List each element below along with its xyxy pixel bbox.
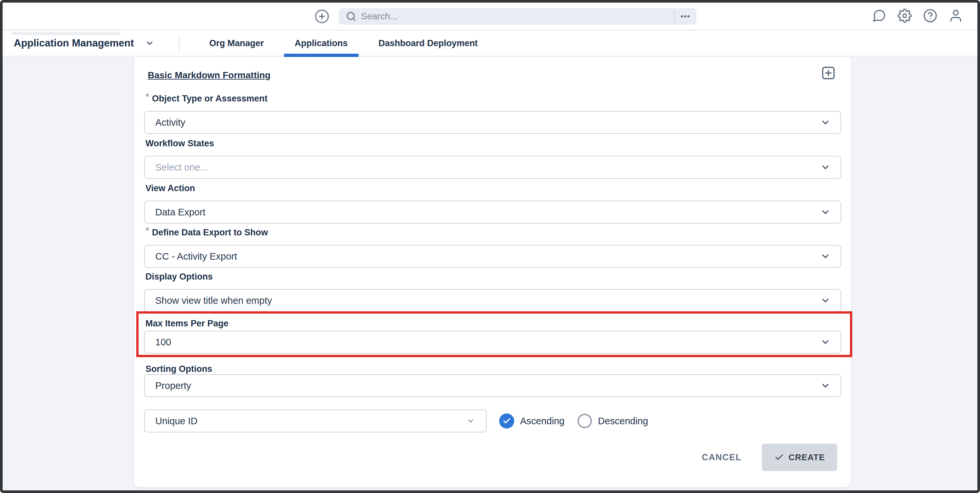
chevron-down-icon bbox=[820, 295, 830, 306]
tab-bar: Org Manager Applications Dashboard Deplo… bbox=[194, 31, 493, 55]
search-input[interactable] bbox=[361, 11, 671, 22]
app-switcher[interactable]: Application Management bbox=[14, 31, 154, 55]
required-marker: * bbox=[145, 94, 150, 101]
search-icon bbox=[346, 11, 356, 22]
radio-descending[interactable]: Descending bbox=[578, 414, 648, 428]
radio-ascending[interactable]: Ascending bbox=[499, 414, 564, 428]
object-type-select[interactable]: Activity bbox=[144, 111, 841, 134]
chevron-down-icon bbox=[820, 162, 830, 173]
content-area: Basic Markdown Formatting * Object Type … bbox=[3, 57, 977, 490]
radio-label-ascending: Ascending bbox=[520, 416, 564, 426]
view-action-select[interactable]: Data Export bbox=[144, 201, 841, 224]
tab-dashboard-deployment[interactable]: Dashboard Deployment bbox=[363, 31, 493, 55]
sort-direction-group: Ascending Descending bbox=[499, 409, 648, 433]
search-divider bbox=[674, 11, 675, 22]
chevron-down-icon bbox=[820, 337, 830, 347]
cancel-button[interactable]: CANCEL bbox=[702, 452, 742, 463]
form-actions: CANCEL CREATE bbox=[702, 444, 837, 471]
search-bar[interactable] bbox=[339, 8, 696, 25]
field-label-define-data-export: * Define Data Export to Show bbox=[145, 228, 268, 238]
nav-divider bbox=[179, 35, 180, 53]
app-window: Application Management Org Manager Appli… bbox=[0, 0, 980, 493]
display-options-select[interactable]: Show view title when empty bbox=[144, 289, 841, 312]
field-label-sorting-options: Sorting Options bbox=[145, 364, 212, 374]
max-items-select[interactable]: 100 bbox=[144, 331, 841, 354]
workflow-states-select[interactable]: Select one... bbox=[144, 156, 841, 179]
create-button[interactable]: CREATE bbox=[762, 444, 837, 471]
field-label-display-options: Display Options bbox=[145, 272, 213, 282]
chevron-down-icon bbox=[820, 207, 830, 217]
tab-org-manager[interactable]: Org Manager bbox=[194, 31, 279, 55]
ellipsis-icon[interactable] bbox=[679, 10, 692, 23]
data-export-select[interactable]: CC - Activity Export bbox=[144, 245, 841, 268]
chevron-down-icon bbox=[820, 380, 830, 391]
top-bar bbox=[3, 3, 977, 30]
gear-icon[interactable] bbox=[897, 8, 912, 23]
app-switcher-label: Application Management bbox=[14, 37, 134, 49]
user-icon[interactable] bbox=[948, 8, 963, 23]
radio-checked-icon bbox=[499, 414, 514, 428]
add-icon[interactable] bbox=[315, 9, 329, 24]
required-marker: * bbox=[145, 228, 150, 235]
chevron-down-icon bbox=[145, 39, 154, 48]
chevron-down-icon bbox=[820, 251, 830, 262]
radio-label-descending: Descending bbox=[598, 416, 648, 426]
chevron-down-icon bbox=[466, 417, 475, 425]
plus-square-icon[interactable] bbox=[821, 65, 836, 81]
check-icon bbox=[774, 452, 784, 462]
chevron-down-icon bbox=[820, 117, 830, 128]
field-label-object-type: * Object Type or Assessment bbox=[145, 94, 267, 104]
field-label-workflow-states: Workflow States bbox=[145, 138, 214, 149]
tab-applications[interactable]: Applications bbox=[279, 31, 363, 55]
field-label-view-action: View Action bbox=[145, 183, 195, 193]
field-label-max-items: Max Items Per Page bbox=[145, 319, 229, 329]
topbar-icon-group bbox=[872, 8, 963, 23]
sorting-options-select[interactable]: Property bbox=[144, 374, 841, 397]
form-title: Basic Markdown Formatting bbox=[148, 70, 270, 81]
form-panel: Basic Markdown Formatting * Object Type … bbox=[134, 57, 851, 487]
nav-bar: Application Management Org Manager Appli… bbox=[3, 31, 977, 57]
chat-icon[interactable] bbox=[872, 8, 886, 23]
sort-property-select[interactable]: Unique ID bbox=[144, 409, 487, 433]
help-icon[interactable] bbox=[923, 8, 937, 23]
radio-unchecked-icon bbox=[578, 414, 592, 428]
